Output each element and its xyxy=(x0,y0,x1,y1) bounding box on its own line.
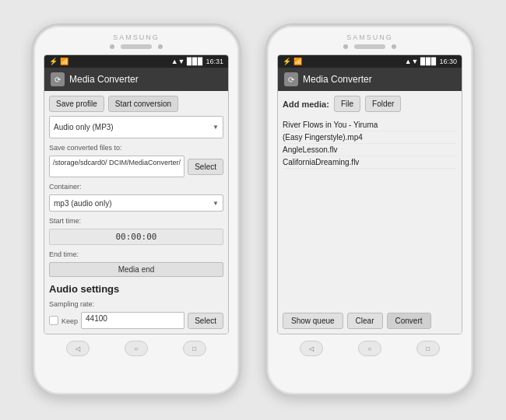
preset-dropdown[interactable]: Audio only (MP3) ▼ xyxy=(49,116,223,138)
app-icon-symbol-right: ⟳ xyxy=(288,75,294,84)
speaker-left xyxy=(121,44,152,49)
keep-checkbox[interactable] xyxy=(49,316,58,325)
camera-dot-right xyxy=(343,44,348,49)
container-value: mp3 (audio only) xyxy=(54,199,111,208)
time-left: 16:31 xyxy=(206,58,223,65)
sensor-dot-left xyxy=(158,44,163,49)
start-conversion-button[interactable]: Start conversion xyxy=(108,96,178,112)
list-item[interactable]: River Flows in You - Yiruma xyxy=(283,119,457,131)
preset-value: Audio only (MP3) xyxy=(54,123,114,131)
list-item[interactable]: (Easy Fingerstyle).mp4 xyxy=(283,131,457,144)
app-icon-left: ⟳ xyxy=(51,72,65,86)
sampling-row: Keep 44100 Select xyxy=(49,312,223,329)
bottom-action-row: Show queue Clear Convert xyxy=(283,313,457,329)
end-time-label: End time: xyxy=(49,250,223,258)
top-bar-right xyxy=(283,44,457,49)
app-icon-right: ⟳ xyxy=(284,72,298,86)
save-path-box: /storage/sdcard0/ DCIM/MediaConverter/ xyxy=(49,156,184,177)
phone-top-right: SAMSUNG xyxy=(267,32,473,54)
nav-menu-left[interactable]: □ xyxy=(183,341,206,356)
nav-home-left[interactable]: ○ xyxy=(125,341,148,356)
screen-left: ⚡ 📶 ▲▼ ▉▉▉ 16:31 ⟳ Media Converter Save … xyxy=(44,54,229,334)
sampling-rate-label: Sampling rate: xyxy=(49,300,223,308)
select-sampling-button[interactable]: Select xyxy=(188,313,223,329)
dropdown-arrow-preset: ▼ xyxy=(213,124,219,131)
spacer xyxy=(283,215,457,306)
screen-right: ⚡ 📶 ▲▼ ▉▉▉ 16:30 ⟳ Media Converter Add m… xyxy=(277,54,462,334)
status-left-icons-right: ⚡ 📶 xyxy=(283,58,302,65)
audio-settings-heading: Audio settings xyxy=(49,283,223,295)
end-time-value: Media end xyxy=(49,262,223,277)
sampling-value: 44100 xyxy=(86,314,107,323)
brand-label-right: SAMSUNG xyxy=(346,33,393,41)
app-title-left: Media Converter xyxy=(69,74,139,85)
nav-back-right[interactable]: ◁ xyxy=(300,341,323,356)
nav-home-right[interactable]: ○ xyxy=(358,341,381,356)
signal-icon-right: ▉▉▉ xyxy=(420,58,437,65)
add-media-row: Add media: File Folder xyxy=(283,96,457,112)
phone-bottom-right: ◁ ○ □ xyxy=(283,341,457,356)
save-label: Save converted files to: xyxy=(49,144,223,152)
phone-top-left: SAMSUNG xyxy=(33,32,239,54)
app-content-right: Add media: File Folder River Flows in Yo… xyxy=(278,91,462,334)
file-button[interactable]: File xyxy=(334,96,360,112)
top-bar-left xyxy=(49,44,223,49)
clear-button[interactable]: Clear xyxy=(347,313,383,329)
speaker-right xyxy=(354,44,385,49)
start-time-label: Start time: xyxy=(49,217,223,225)
select-path-button[interactable]: Select xyxy=(188,159,223,175)
container-dropdown[interactable]: mp3 (audio only) ▼ xyxy=(49,194,223,212)
phone-bottom-left: ◁ ○ □ xyxy=(49,341,223,356)
app-title-right: Media Converter xyxy=(303,74,372,85)
status-right-right: ▲▼ ▉▉▉ 16:30 xyxy=(405,58,457,65)
app-titlebar-left: ⟳ Media Converter xyxy=(44,68,228,91)
camera-dot-left xyxy=(110,44,114,49)
signal-icon-left: ▉▉▉ xyxy=(187,58,203,65)
path-row: /storage/sdcard0/ DCIM/MediaConverter/ S… xyxy=(49,156,223,177)
container-label: Container: xyxy=(49,183,223,191)
app-titlebar-right: ⟳ Media Converter xyxy=(278,68,462,91)
nav-back-left[interactable]: ◁ xyxy=(66,341,90,356)
sensor-dot-right xyxy=(392,44,396,49)
list-item[interactable]: AngleLesson.flv xyxy=(283,144,457,156)
list-item[interactable]: CaliforniaDreaming.flv xyxy=(283,156,457,169)
sampling-input[interactable]: 44100 xyxy=(81,312,184,329)
container-arrow: ▼ xyxy=(213,200,219,207)
status-bar-left: ⚡ 📶 ▲▼ ▉▉▉ 16:31 xyxy=(44,55,228,68)
status-right-left: ▲▼ ▉▉▉ 16:31 xyxy=(171,58,223,65)
show-queue-button[interactable]: Show queue xyxy=(283,313,343,329)
save-profile-button[interactable]: Save profile xyxy=(49,96,104,112)
start-time-value: 00:00:00 xyxy=(49,229,223,245)
time-right: 16:30 xyxy=(439,58,457,65)
status-icons-right: ⚡ 📶 xyxy=(283,58,302,65)
phone-right: SAMSUNG ⚡ 📶 ▲▼ ▉▉▉ 16:30 ⟳ Media Convert… xyxy=(265,23,475,397)
media-file-list: River Flows in You - Yiruma (Easy Finger… xyxy=(283,119,457,211)
status-left-icons: ⚡ 📶 xyxy=(49,58,69,65)
wifi-icon-left: ▲▼ xyxy=(171,58,185,65)
status-icons-left: ⚡ 📶 xyxy=(49,58,69,65)
add-media-label: Add media: xyxy=(283,100,329,109)
status-bar-right: ⚡ 📶 ▲▼ ▉▉▉ 16:30 xyxy=(278,55,462,68)
nav-menu-right[interactable]: □ xyxy=(416,341,440,356)
keep-label: Keep xyxy=(61,317,78,325)
main-btn-row: Save profile Start conversion xyxy=(49,96,223,112)
wifi-icon-right: ▲▼ xyxy=(405,58,419,65)
phone-left: SAMSUNG ⚡ 📶 ▲▼ ▉▉▉ 16:31 ⟳ Media Convert… xyxy=(31,23,241,397)
app-content-left: Save profile Start conversion Audio only… xyxy=(44,91,228,334)
folder-button[interactable]: Folder xyxy=(365,96,401,112)
brand-label-left: SAMSUNG xyxy=(113,33,160,41)
app-icon-symbol-left: ⟳ xyxy=(54,75,61,84)
convert-button[interactable]: Convert xyxy=(387,313,431,329)
